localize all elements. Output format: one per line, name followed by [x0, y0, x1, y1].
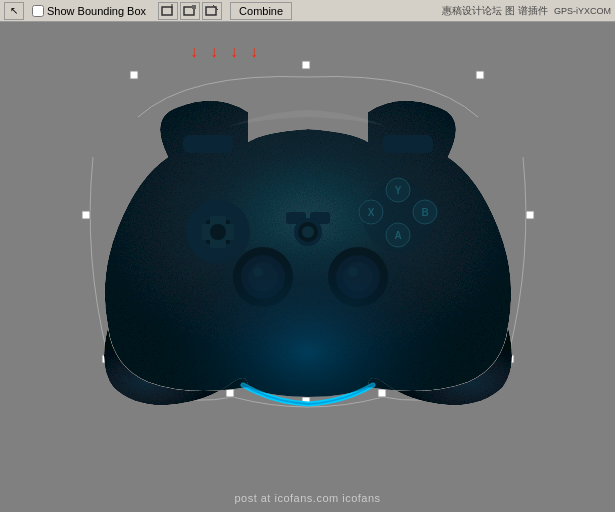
- shape-tool-1[interactable]: [158, 2, 178, 20]
- rectangle-icon: [161, 4, 175, 18]
- canvas-area: ↓ ↓ ↓ ↓: [0, 22, 615, 512]
- shape-tool-3[interactable]: [202, 2, 222, 20]
- shape3-icon: [205, 4, 219, 18]
- svg-rect-4: [206, 7, 216, 15]
- svg-rect-7: [302, 61, 310, 69]
- toolbar-right-text: 惠稿设计论坛 图 谱插件 GPS-iYXCOM: [442, 4, 611, 18]
- toolbar: ↖ Show Bounding Box Combine 惠稿设计论坛 图: [0, 0, 615, 22]
- bounding-box-label: Show Bounding Box: [47, 5, 146, 17]
- svg-rect-3: [192, 5, 196, 9]
- arrow-icon: ↖: [10, 5, 18, 16]
- gps-text: GPS-iYXCOM: [554, 6, 611, 16]
- svg-rect-0: [162, 7, 172, 15]
- watermark: post at icofans.com icofans: [234, 492, 380, 504]
- arrow-tool[interactable]: ↖: [4, 2, 24, 20]
- chinese-text: 惠稿设计论坛 图 谱插件: [442, 4, 548, 18]
- controller-image: Y X B A: [88, 72, 528, 412]
- controller-wrapper: Y X B A: [78, 52, 538, 432]
- shape-tools: [158, 2, 222, 20]
- combine-button[interactable]: Combine: [230, 2, 292, 20]
- bounding-box-checkbox[interactable]: [32, 5, 44, 17]
- bounding-box-toggle[interactable]: Show Bounding Box: [32, 5, 146, 17]
- shape2-icon: [183, 4, 197, 18]
- shape-tool-2[interactable]: [180, 2, 200, 20]
